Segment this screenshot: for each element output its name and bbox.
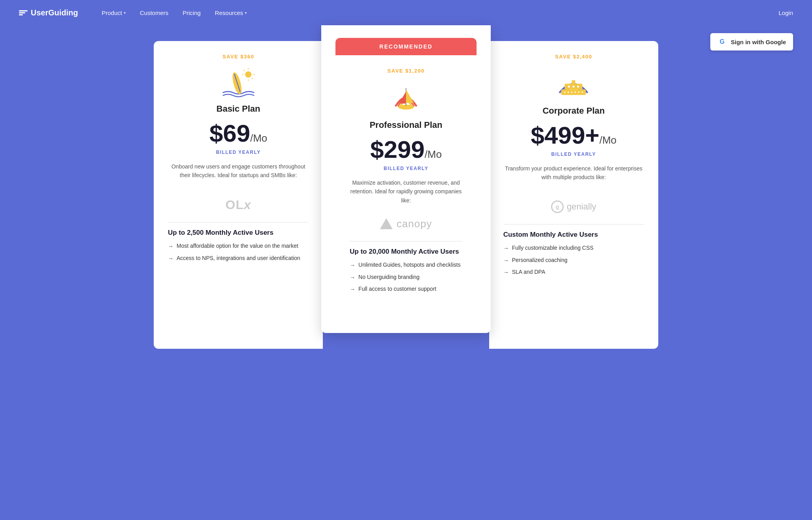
logo-line-3 — [19, 14, 23, 15]
arrow-icon: → — [168, 255, 173, 263]
basic-plan-card: SAVE $360 — [154, 41, 323, 349]
genially-text: genially — [567, 202, 596, 212]
corporate-mau-title: Custom Monthly Active Users — [503, 231, 644, 239]
corporate-feature-2: → Personalized coaching — [503, 256, 644, 265]
professional-feature-list: → Unlimited Guides, hotspots and checkli… — [350, 261, 462, 294]
canopy-text: canopy — [397, 218, 432, 230]
corporate-divider — [503, 224, 644, 224]
logo[interactable]: UserGuiding — [19, 8, 78, 17]
nav-resources[interactable]: Resources ▾ — [215, 9, 247, 16]
basic-feature-2: → Access to NPS, integrations and user i… — [168, 254, 309, 263]
pricing-section: G Sign in with Google SAVE $360 — [0, 25, 812, 365]
arrow-icon: → — [350, 286, 355, 294]
basic-feature-1: → Most affordable option for the value o… — [168, 242, 309, 251]
arrow-icon: → — [503, 269, 509, 277]
arrow-icon: → — [168, 243, 173, 251]
svg-rect-16 — [572, 80, 575, 84]
professional-divider — [350, 241, 462, 241]
professional-mau-title: Up to 20,000 Monthly Active Users — [350, 248, 462, 256]
corporate-plan-description: Transform your product experience. Ideal… — [503, 164, 644, 188]
pricing-cards-area: G Sign in with Google SAVE $360 — [0, 25, 812, 349]
nav-customers[interactable]: Customers — [140, 9, 169, 16]
corporate-customer-logo: g genially — [503, 197, 644, 216]
genially-logo: g genially — [551, 200, 596, 213]
sign-in-google-button[interactable]: G Sign in with Google — [710, 33, 793, 51]
logo-line-1 — [19, 10, 28, 11]
basic-billed-yearly: BILLED YEARLY — [168, 150, 309, 155]
logo-icon — [19, 10, 28, 15]
olx-logo: OLx — [225, 198, 251, 212]
corporate-billed-yearly: BILLED YEARLY — [503, 152, 644, 157]
basic-feature-list: → Most affordable option for the value o… — [168, 242, 309, 262]
sign-in-label: Sign in with Google — [731, 39, 786, 45]
corporate-plan-name: Corporate Plan — [503, 106, 644, 116]
svg-point-21 — [578, 92, 580, 93]
corporate-feature-3: → SLA and DPA — [503, 268, 644, 277]
svg-point-13 — [568, 85, 570, 88]
professional-plan-price: $299/Mo — [350, 137, 462, 162]
corporate-plan-card: SAVE $2,400 — [489, 41, 658, 349]
svg-point-14 — [572, 85, 575, 88]
corporate-feature-1: → Fully customizable including CSS — [503, 244, 644, 253]
corporate-plan-icon — [503, 67, 644, 101]
arrow-icon: → — [350, 274, 355, 282]
basic-save-badge: SAVE $360 — [168, 54, 309, 60]
corporate-feature-list: → Fully customizable including CSS → Per… — [503, 244, 644, 277]
logo-text: UserGuiding — [31, 8, 78, 17]
professional-feature-1: → Unlimited Guides, hotspots and checkli… — [350, 261, 462, 269]
login-link[interactable]: Login — [778, 9, 793, 16]
basic-plan-price: $69/Mo — [168, 121, 309, 146]
logo-line-2 — [19, 12, 25, 13]
basic-mau-title: Up to 2,500 Monthly Active Users — [168, 229, 309, 237]
svg-point-22 — [582, 92, 583, 93]
nav-product[interactable]: Product ▾ — [102, 9, 126, 16]
arrow-icon: → — [350, 262, 355, 269]
google-icon: G — [717, 37, 727, 47]
professional-feature-3: → Full access to customer support — [350, 285, 462, 294]
corporate-save-badge: SAVE $2,400 — [503, 54, 644, 60]
svg-point-15 — [577, 85, 579, 88]
corporate-plan-price: $499+/Mo — [503, 123, 644, 148]
arrow-icon: → — [503, 245, 509, 253]
professional-plan-name: Professional Plan — [350, 120, 462, 130]
nav-pricing[interactable]: Pricing — [183, 9, 201, 16]
chevron-down-icon: ▾ — [124, 11, 126, 15]
basic-plan-description: Onboard new users and engage customers t… — [168, 162, 309, 186]
professional-save-badge: SAVE $1,200 — [350, 68, 462, 74]
professional-feature-2: → No Userguiding branding — [350, 273, 462, 282]
recommended-banner: RECOMMENDED — [335, 38, 476, 55]
svg-line-8 — [251, 78, 253, 79]
cards-wrapper: SAVE $360 — [154, 25, 658, 349]
genially-circle-icon: g — [551, 200, 564, 213]
arrow-icon: → — [503, 257, 509, 265]
canopy-triangle-icon — [380, 218, 393, 229]
svg-point-17 — [564, 92, 566, 93]
professional-plan-description: Maximize activation, customer revenue, a… — [350, 178, 462, 205]
professional-customer-logo: canopy — [350, 214, 462, 233]
basic-customer-logo: OLx — [168, 195, 309, 214]
svg-point-19 — [571, 92, 573, 93]
canopy-logo: canopy — [380, 218, 432, 230]
chevron-down-icon: ▾ — [245, 11, 247, 15]
nav-links: Product ▾ Customers Pricing Resources ▾ — [102, 9, 778, 16]
svg-point-18 — [568, 92, 569, 93]
svg-point-20 — [575, 92, 576, 93]
basic-plan-name: Basic Plan — [168, 104, 309, 114]
basic-plan-icon — [168, 67, 309, 99]
basic-divider — [168, 222, 309, 223]
professional-billed-yearly: BILLED YEARLY — [350, 166, 462, 171]
svg-point-2 — [245, 71, 251, 78]
svg-line-7 — [244, 70, 245, 71]
professional-plan-card: RECOMMENDED SAVE $1,200 — [321, 25, 490, 333]
professional-plan-icon — [350, 82, 462, 115]
navbar: UserGuiding Product ▾ Customers Pricing … — [0, 0, 812, 25]
